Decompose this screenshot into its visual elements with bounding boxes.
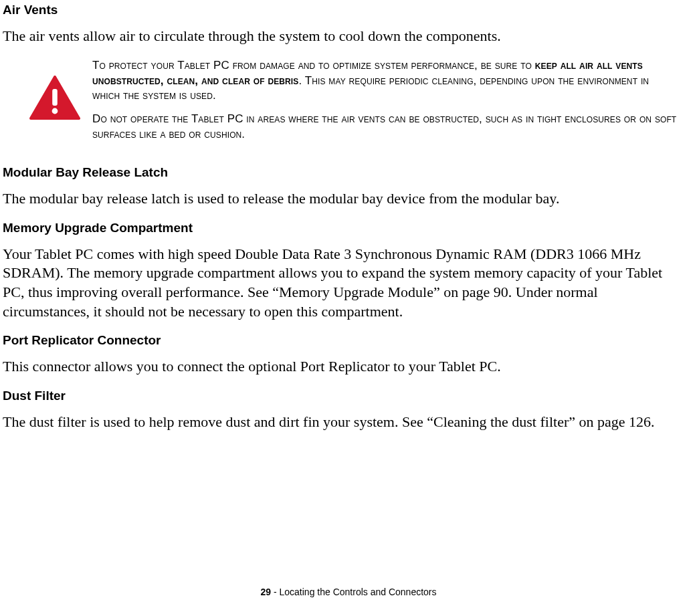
- body-air-vents: The air vents allow air to circulate thr…: [3, 27, 684, 46]
- page-number: 29: [260, 587, 271, 597]
- warning-icon-wrap: [21, 58, 88, 121]
- warning-paragraph-1: To protect your Tablet PC from damage an…: [92, 58, 678, 104]
- heading-modular-bay: Modular Bay Release Latch: [3, 165, 684, 180]
- warning-p1-pre: To protect your Tablet PC from damage an…: [92, 59, 535, 72]
- document-page: Air Vents The air vents allow air to cir…: [0, 0, 697, 431]
- heading-air-vents: Air Vents: [3, 3, 684, 17]
- body-dust-filter: The dust filter is used to help remove d…: [3, 413, 684, 432]
- footer-title: Locating the Controls and Connectors: [279, 587, 436, 597]
- heading-memory-upgrade: Memory Upgrade Compartment: [3, 221, 684, 235]
- footer-separator: -: [271, 587, 279, 597]
- body-memory-upgrade: Your Tablet PC comes with high speed Dou…: [3, 245, 684, 321]
- page-footer: 29 - Locating the Controls and Connector…: [0, 587, 697, 597]
- svg-rect-0: [52, 89, 58, 106]
- heading-port-replicator: Port Replicator Connector: [3, 333, 684, 348]
- svg-point-1: [52, 108, 58, 114]
- heading-dust-filter: Dust Filter: [3, 389, 684, 403]
- warning-text: To protect your Tablet PC from damage an…: [88, 58, 684, 151]
- body-port-replicator: This connector allows you to connect the…: [3, 357, 684, 377]
- warning-block: To protect your Tablet PC from damage an…: [3, 58, 684, 151]
- warning-icon: [29, 76, 80, 121]
- body-modular-bay: The modular bay release latch is used to…: [3, 189, 684, 209]
- warning-paragraph-2: Do not operate the Tablet PC in areas wh…: [92, 112, 678, 142]
